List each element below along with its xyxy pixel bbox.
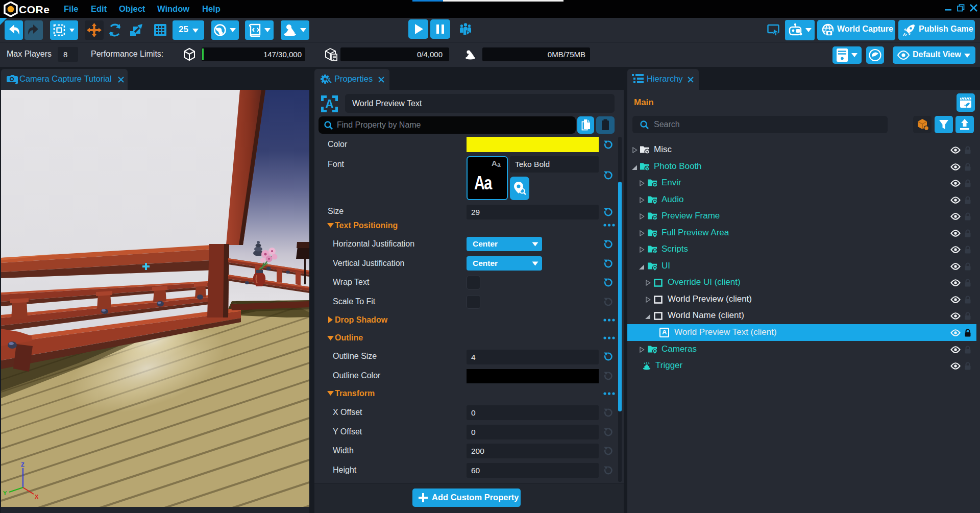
svg-text:Y: Y	[3, 490, 7, 496]
svg-text:X: X	[35, 494, 39, 500]
svg-text:A: A	[325, 97, 334, 111]
svg-text:Z: Z	[21, 461, 24, 468]
svg-text:CORe: CORe	[19, 4, 50, 15]
